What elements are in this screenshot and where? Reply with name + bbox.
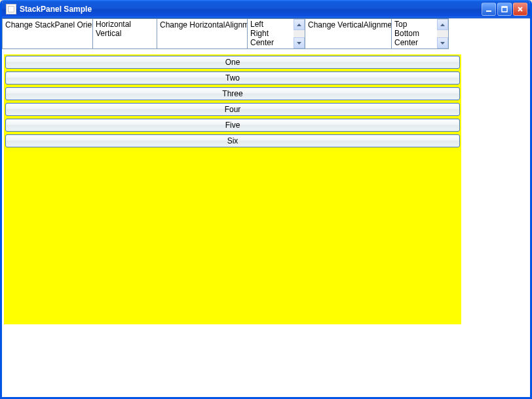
scrollbar[interactable]	[437, 19, 448, 48]
list-item[interactable]: Bottom	[393, 29, 436, 38]
stack-button[interactable]: Three	[5, 87, 460, 100]
list-item[interactable]: Center	[249, 38, 292, 47]
close-button[interactable]	[513, 3, 527, 16]
list-item[interactable]: Center	[393, 38, 436, 47]
scroll-down-button[interactable]	[437, 37, 448, 48]
stack-button[interactable]: Four	[5, 103, 460, 116]
stack-button[interactable]: One	[5, 56, 460, 69]
svg-rect-0	[486, 10, 491, 12]
orientation-label: Change StackPanel Orientation:	[2, 18, 92, 49]
stack-button[interactable]: Five	[5, 119, 460, 132]
valign-label: Change VerticalAlignment:	[305, 18, 391, 49]
minimize-button[interactable]	[482, 3, 496, 16]
orientation-listbox[interactable]: Horizontal Vertical	[92, 18, 157, 49]
scroll-up-button[interactable]	[437, 19, 448, 30]
list-item[interactable]: Horizontal	[94, 20, 144, 29]
list-item[interactable]: Right	[249, 29, 292, 38]
stack-button[interactable]: Six	[5, 134, 460, 147]
svg-rect-2	[502, 7, 507, 8]
scroll-up-button[interactable]	[294, 19, 305, 30]
window-buttons	[482, 3, 527, 16]
stackpanel-container: One Two Three Four Five Six	[2, 49, 530, 397]
maximize-button[interactable]	[497, 3, 512, 16]
halign-listbox[interactable]: Left Right Center	[247, 18, 305, 49]
stack-button[interactable]: Two	[5, 71, 460, 85]
controls-row: Change StackPanel Orientation: Horizonta…	[2, 18, 530, 49]
window-title: StackPanel Sample	[20, 5, 92, 14]
app-icon	[6, 4, 16, 14]
list-item[interactable]: Left	[249, 20, 292, 29]
titlebar[interactable]: StackPanel Sample	[2, 0, 530, 18]
list-item[interactable]: Top	[393, 20, 436, 29]
window: StackPanel Sample Change StackPanel Orie…	[0, 0, 532, 399]
valign-listbox[interactable]: Top Bottom Center	[391, 18, 449, 49]
scroll-down-button[interactable]	[294, 37, 305, 48]
halign-label: Change HorizontalAlignment:	[157, 18, 247, 49]
list-item[interactable]: Vertical	[94, 29, 144, 38]
client-area: Change StackPanel Orientation: Horizonta…	[2, 18, 530, 397]
scrollbar[interactable]	[294, 19, 305, 48]
stackpanel: One Two Three Four Five Six	[4, 54, 461, 324]
